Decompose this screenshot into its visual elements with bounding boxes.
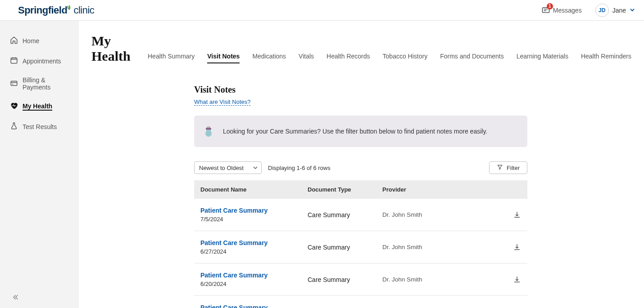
chevron-down-icon [630, 6, 635, 14]
document-provider: Dr. John Smith [382, 211, 503, 218]
brand-name-1: Springfield [18, 4, 67, 16]
topbar-right: 1 Messages JD Jane [541, 4, 635, 17]
download-button[interactable] [503, 211, 521, 219]
sidebar: Home Appointments Billing & Payments My … [0, 21, 79, 308]
document-date: 7/5/2024 [200, 216, 308, 223]
col-header-document-name: Document Name [200, 186, 308, 193]
sidebar-item-home[interactable]: Home [0, 31, 79, 51]
content-area: Visit Notes What are Visit Notes? Lookin… [194, 85, 527, 308]
user-menu[interactable]: JD Jane [595, 4, 635, 17]
sidebar-item-label: Billing & Payments [23, 76, 71, 91]
brand-name-2: clinic [73, 4, 94, 16]
document-date: 6/20/2024 [200, 281, 308, 287]
tab-health-records[interactable]: Health Records [327, 53, 370, 63]
tab-tobacco-history[interactable]: Tobacco History [383, 53, 428, 63]
table-row: Patient Care Summary 6/13/2024 Care Summ… [194, 296, 527, 308]
download-button[interactable] [503, 243, 521, 251]
collapse-sidebar-button[interactable] [12, 294, 19, 303]
messages-icon: 1 [541, 6, 550, 15]
tab-forms-documents[interactable]: Forms and Documents [440, 53, 504, 63]
filter-label: Filter [507, 165, 520, 171]
sidebar-item-my-health[interactable]: My Health [0, 96, 79, 116]
page-title: My Health [91, 33, 132, 64]
document-link[interactable]: Patient Care Summary [200, 207, 308, 214]
list-controls: Newest to Oldest Displaying 1-6 of 6 row… [194, 161, 527, 174]
sidebar-item-label: My Health [23, 103, 52, 111]
document-type: Care Summary [308, 211, 382, 219]
sidebar-item-billing[interactable]: Billing & Payments [0, 71, 79, 96]
section-title: Visit Notes [194, 85, 527, 95]
row-count: Displaying 1-6 of 6 rows [268, 165, 331, 171]
sidebar-item-label: Test Results [23, 123, 57, 130]
messages-label: Messages [553, 7, 582, 14]
svg-rect-2 [11, 81, 17, 85]
svg-rect-5 [206, 128, 211, 129]
document-provider: Dr. John Smith [382, 244, 503, 250]
download-button[interactable] [503, 276, 521, 284]
avatar: JD [595, 4, 609, 17]
document-provider: Dr. John Smith [382, 276, 503, 283]
sidebar-item-test-results[interactable]: Test Results [0, 116, 79, 137]
tab-learning-materials[interactable]: Learning Materials [517, 53, 568, 63]
sidebar-item-appointments[interactable]: Appointments [0, 51, 79, 71]
calendar-icon [10, 56, 18, 66]
top-bar: Springfield clinic 1 Messages JD Jane [0, 0, 644, 21]
tab-health-reminders[interactable]: Health Reminders [581, 53, 631, 63]
document-type: Care Summary [308, 276, 382, 283]
home-icon [10, 36, 18, 45]
table-row: Patient Care Summary 6/20/2024 Care Summ… [194, 263, 527, 296]
filter-button[interactable]: Filter [489, 161, 527, 174]
table-row: Patient Care Summary 6/27/2024 Care Summ… [194, 231, 527, 263]
sort-select[interactable]: Newest to Oldest [194, 161, 262, 174]
document-type: Care Summary [308, 244, 382, 251]
messages-button[interactable]: 1 Messages [541, 6, 582, 15]
document-link[interactable]: Patient Care Summary [200, 239, 308, 246]
main-header: My Health Health Summary Visit Notes Med… [91, 33, 631, 64]
tab-medications[interactable]: Medications [252, 53, 286, 63]
table-row: Patient Care Summary 7/5/2024 Care Summa… [194, 199, 527, 231]
brand-logo[interactable]: Springfield clinic [18, 4, 94, 16]
flask-icon [10, 122, 18, 131]
document-link[interactable]: Patient Care Summary [200, 272, 308, 279]
filter-icon [497, 164, 503, 172]
messages-badge: 1 [547, 3, 553, 9]
document-link[interactable]: Patient Care Summary [200, 304, 308, 308]
tab-bar: Health Summary Visit Notes Medications V… [148, 53, 631, 64]
sort-select-wrap: Newest to Oldest [194, 161, 262, 174]
jar-icon [204, 125, 213, 137]
tab-visit-notes[interactable]: Visit Notes [207, 53, 240, 63]
wallet-icon [10, 79, 18, 89]
col-header-provider: Provider [382, 186, 503, 193]
user-name: Jane [612, 7, 626, 14]
leaf-icon [67, 5, 72, 11]
documents-table: Document Name Document Type Provider Pat… [194, 180, 527, 308]
main-content: My Health Health Summary Visit Notes Med… [79, 21, 644, 308]
tab-vitals[interactable]: Vitals [299, 53, 314, 63]
heart-icon [10, 102, 18, 111]
sidebar-item-label: Home [23, 37, 39, 45]
info-banner: Looking for your Care Summaries? Use the… [194, 116, 527, 147]
document-date: 6/27/2024 [200, 248, 308, 255]
table-header: Document Name Document Type Provider [194, 180, 527, 199]
col-header-document-type: Document Type [308, 186, 382, 193]
banner-text: Looking for your Care Summaries? Use the… [223, 128, 487, 135]
help-link[interactable]: What are Visit Notes? [194, 98, 250, 106]
sidebar-item-label: Appointments [23, 58, 61, 65]
tab-health-summary[interactable]: Health Summary [148, 53, 195, 63]
svg-rect-1 [11, 58, 17, 63]
